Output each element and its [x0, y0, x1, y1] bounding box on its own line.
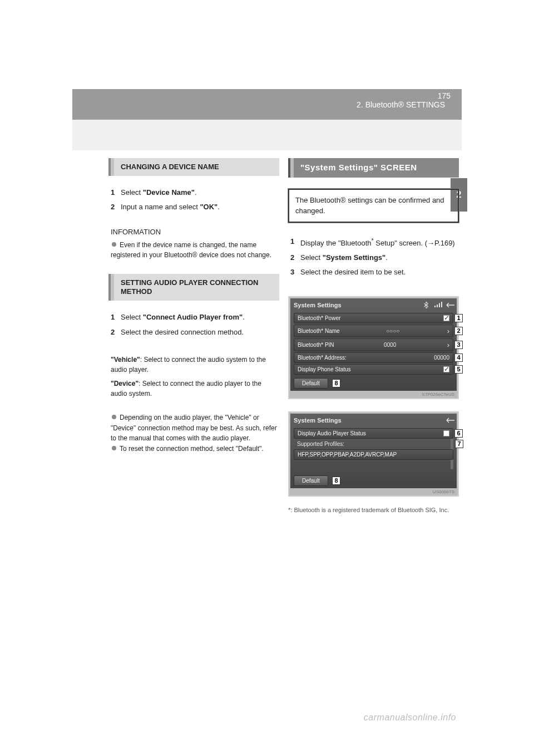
- option-label: "Device": [111, 380, 139, 387]
- step-part: Setup" screen. (→P.169): [374, 239, 455, 247]
- step-item: 2 Input a name and select "OK".: [111, 202, 277, 213]
- default-button[interactable]: Default 8: [294, 475, 328, 486]
- screen-code: US0006TS: [290, 488, 457, 494]
- callout-7: 7: [455, 440, 463, 448]
- content-grid: CHANGING A DEVICE NAME 1 Select "Device …: [108, 156, 459, 711]
- step-text: Select "Device Name".: [121, 187, 277, 198]
- row-label: Bluetooth* Power: [298, 315, 340, 321]
- signal-icon: [434, 302, 442, 308]
- row-value: [443, 430, 449, 436]
- screen-titlebar-icons: [446, 417, 453, 424]
- spacer: [294, 461, 453, 473]
- row-display-audio-status[interactable]: Display Audio Player Status 6: [294, 428, 453, 439]
- svg-rect-2: [439, 303, 440, 307]
- callout-8: 8: [332, 379, 340, 387]
- step-post: .: [385, 253, 388, 262]
- ui-screenshot-1: System Settings: [288, 296, 459, 399]
- row-bluetooth-name[interactable]: Bluetooth* Name ○○○○ 2: [294, 325, 453, 337]
- row-value: 00000: [434, 355, 449, 361]
- step-number: 2: [111, 202, 121, 213]
- callout-6: 6: [454, 429, 463, 438]
- step-bold: "Device Name": [143, 188, 195, 197]
- step-item: 1 Select "Device Name".: [111, 187, 277, 198]
- step-number: 2: [111, 327, 121, 338]
- step-item: 3 Select the desired item to be set.: [290, 267, 457, 278]
- row-value: ○○○○: [386, 328, 399, 334]
- step-text: Display the "Bluetooth* Setup" screen. (…: [300, 236, 457, 249]
- svg-rect-3: [441, 302, 442, 307]
- row-label: Display Audio Player Status: [298, 430, 366, 436]
- step-item: 2 Select "System Settings".: [290, 252, 457, 263]
- step-bold: "OK": [200, 203, 217, 211]
- steps-device-name: 1 Select "Device Name". 2 Input a name a…: [108, 184, 279, 216]
- header-footer-bar: [72, 120, 462, 150]
- title-bar: [108, 274, 114, 301]
- information-block: INFORMATION Even if the device name is c…: [108, 227, 279, 261]
- row-value: [443, 315, 449, 321]
- step-part: Display the "Bluetooth: [300, 239, 371, 247]
- back-icon[interactable]: [446, 302, 453, 308]
- connection-options: "Vehicle": Select to connect the audio s…: [108, 351, 279, 402]
- step-number: 1: [290, 236, 300, 249]
- callout-3: 3: [454, 341, 463, 349]
- callout-2: 2: [454, 327, 463, 335]
- callout-1: 1: [454, 314, 463, 322]
- intro-box: The Bluetooth® settings can be confirmed…: [288, 189, 459, 223]
- default-label: Default: [302, 478, 320, 484]
- row-value: [443, 366, 449, 372]
- default-button[interactable]: Default 8: [294, 378, 328, 389]
- checkbox-icon[interactable]: [443, 430, 449, 436]
- section-title-connection-method: SETTING AUDIO PLAYER CONNECTION METHOD: [108, 274, 279, 301]
- svg-rect-0: [434, 306, 436, 307]
- screen-title: System Settings: [294, 302, 342, 308]
- note-item: Depending on the audio player, the "Vehi…: [111, 413, 277, 444]
- title-bar: [288, 158, 294, 178]
- step-number: 1: [111, 312, 121, 323]
- step-text: Select "Connect Audio Player from".: [121, 312, 277, 323]
- screen-titlebar: System Settings: [294, 416, 453, 427]
- steps-display-screen: 1 Display the "Bluetooth* Setup" screen.…: [288, 233, 459, 282]
- step-number: 3: [290, 267, 300, 278]
- step-pre: Select the desired connection method.: [121, 328, 244, 336]
- row-display-phone-status[interactable]: Display Phone Status 5: [294, 364, 453, 375]
- row-label: HFP,SPP,OPP,PBAP,A2DP,AVRCP,MAP: [298, 451, 397, 458]
- callout-5: 5: [454, 365, 463, 374]
- screen-titlebar-icons: [423, 302, 453, 308]
- left-column: CHANGING A DEVICE NAME 1 Select "Device …: [108, 156, 279, 513]
- row-label: Supported Profiles:: [297, 441, 344, 447]
- option-device: "Device": Select to connect the audio pl…: [111, 379, 277, 399]
- steps-connection-method: 1 Select "Connect Audio Player from". 2 …: [108, 308, 279, 341]
- screen-title: System Settings: [294, 417, 342, 424]
- info-heading: INFORMATION: [111, 227, 277, 238]
- row-supported-profiles-label: Supported Profiles: 7: [294, 440, 453, 448]
- back-icon[interactable]: [446, 417, 453, 424]
- ui-screenshot-2: System Settings Display Audio Player Sta…: [288, 411, 459, 497]
- screen-inner: System Settings: [290, 298, 457, 391]
- step-item: 2 Select the desired connection method.: [111, 327, 277, 338]
- default-label: Default: [302, 380, 320, 386]
- step-pre: Select: [121, 188, 143, 197]
- screen-code: STP026eCTeUS: [290, 391, 457, 397]
- row-label: Bluetooth* Name: [298, 328, 340, 334]
- step-pre: Select the desired item to be set.: [300, 268, 406, 276]
- info-bullet: Even if the device name is changed, the …: [111, 240, 277, 261]
- checkbox-icon[interactable]: [443, 366, 449, 372]
- screen-titlebar: System Settings: [294, 301, 453, 312]
- title-label: SETTING AUDIO PLAYER CONNECTION METHOD: [114, 274, 279, 301]
- note-item: To reset the connection method, select "…: [111, 444, 277, 454]
- row-bluetooth-power[interactable]: Bluetooth* Power 1: [294, 313, 453, 323]
- row-label: Bluetooth* Address:: [298, 355, 347, 361]
- section-title-device-name: CHANGING A DEVICE NAME: [108, 158, 279, 176]
- step-item: 1 Select "Connect Audio Player from".: [111, 312, 277, 323]
- section-title-system-settings: "System Settings" SCREEN: [288, 158, 459, 178]
- title-label: "System Settings" SCREEN: [294, 158, 459, 178]
- step-post: .: [243, 313, 245, 321]
- step-text: Input a name and select "OK".: [121, 202, 277, 213]
- page-header: 2. Bluetooth® SETTINGS: [72, 89, 462, 120]
- callout-4: 4: [454, 354, 463, 362]
- checkbox-icon[interactable]: [443, 315, 449, 321]
- row-bluetooth-pin[interactable]: Bluetooth* PIN 0000 3: [294, 338, 453, 351]
- page-number: 175: [438, 91, 451, 100]
- title-label: CHANGING A DEVICE NAME: [114, 158, 279, 176]
- footnote: *: Bluetooth is a registered trademark o…: [288, 507, 459, 513]
